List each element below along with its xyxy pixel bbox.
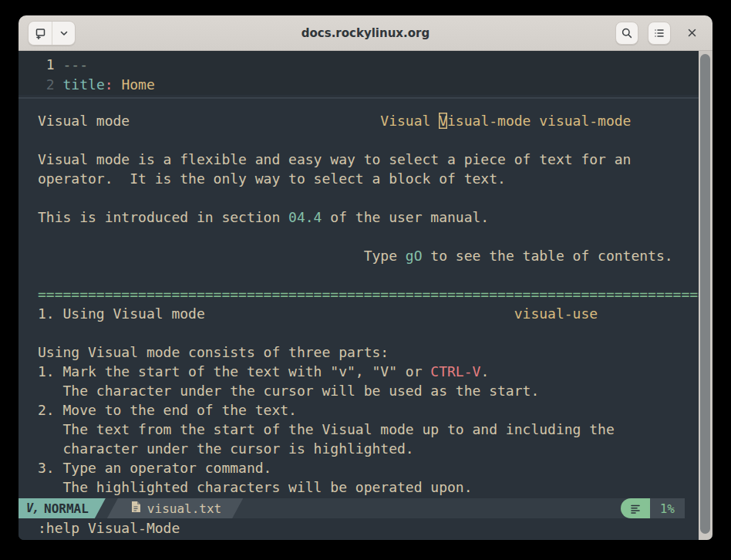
terminal-line: operator. It is the only way to select a…	[38, 169, 699, 188]
terminal-line: 2. Move to the end of the text.	[38, 400, 699, 420]
buffer-split-top: 1 --- 2 title: Home	[19, 51, 699, 95]
tab-dropdown-button[interactable]	[52, 22, 75, 45]
terminal-line: The character under the cursor will be u…	[38, 381, 699, 400]
new-tab-button[interactable]	[29, 22, 52, 45]
tab-overview-button[interactable]	[648, 22, 671, 45]
new-tab-icon	[34, 27, 46, 39]
search-button[interactable]	[615, 22, 638, 45]
terminal-line: Type gO to see the table of contents.	[38, 246, 699, 265]
scrollbar-thumb[interactable]	[700, 54, 710, 534]
terminal-line: 1 ---	[38, 55, 699, 75]
progress-lines-icon	[630, 501, 641, 517]
scrollbar-track[interactable]	[699, 51, 712, 540]
search-icon	[621, 27, 633, 39]
progress-pill	[621, 498, 650, 518]
statusline: V, NORMAL visual.txt	[19, 498, 685, 518]
filename-segment: visual.txt	[107, 498, 243, 518]
terminal-line: Using Visual mode consists of three part…	[38, 342, 699, 362]
file-icon	[130, 501, 141, 516]
new-tab-button-group	[28, 21, 76, 46]
terminal-line: The text from the start of the Visual mo…	[38, 420, 699, 439]
help-split: Visual mode Visual Visual-mode visual-mo…	[19, 99, 699, 497]
close-icon	[686, 27, 698, 39]
terminal-line: Visual mode is a flexible and easy way t…	[38, 150, 699, 169]
close-button[interactable]	[680, 22, 703, 45]
terminal-line	[38, 323, 699, 342]
tab-overview-icon	[653, 27, 665, 39]
mode-segment: V, NORMAL	[19, 498, 106, 518]
vim-logo-icon: V,	[26, 501, 39, 515]
vim-command-line[interactable]: :help Visual-Mode	[19, 518, 685, 540]
terminal-window: docs.rockylinux.org	[19, 15, 712, 540]
titlebar[interactable]: docs.rockylinux.org	[19, 15, 712, 51]
terminal-line: The highlighted characters will be opera…	[38, 477, 699, 497]
terminal-line: 1. Using Visual mode visual-use	[38, 304, 699, 323]
terminal-line: character under the cursor is highlighte…	[38, 439, 699, 458]
scroll-percent: 1%	[650, 498, 685, 518]
terminal-line	[38, 188, 699, 207]
terminal-line: Visual mode Visual Visual-mode visual-mo…	[38, 111, 699, 130]
terminal-line	[38, 227, 699, 246]
terminal-line: ========================================…	[38, 285, 699, 304]
chevron-down-icon	[59, 28, 69, 39]
window-title: docs.rockylinux.org	[111, 26, 620, 40]
filename-label: visual.txt	[147, 501, 221, 516]
terminal-content[interactable]: 1 --- 2 title: Home Visual mode Visual V…	[19, 51, 699, 540]
terminal-line	[38, 130, 699, 150]
mode-label: NORMAL	[44, 501, 89, 516]
terminal-line: 1. Mark the start of the text with "v", …	[38, 362, 699, 381]
terminal-line: This is introduced in section 04.4 of th…	[38, 207, 699, 227]
terminal-line: 3. Type an operator command.	[38, 458, 699, 477]
terminal-line	[38, 265, 699, 285]
vim-cursor: V	[439, 113, 447, 129]
terminal-line: 2 title: Home	[38, 75, 699, 95]
